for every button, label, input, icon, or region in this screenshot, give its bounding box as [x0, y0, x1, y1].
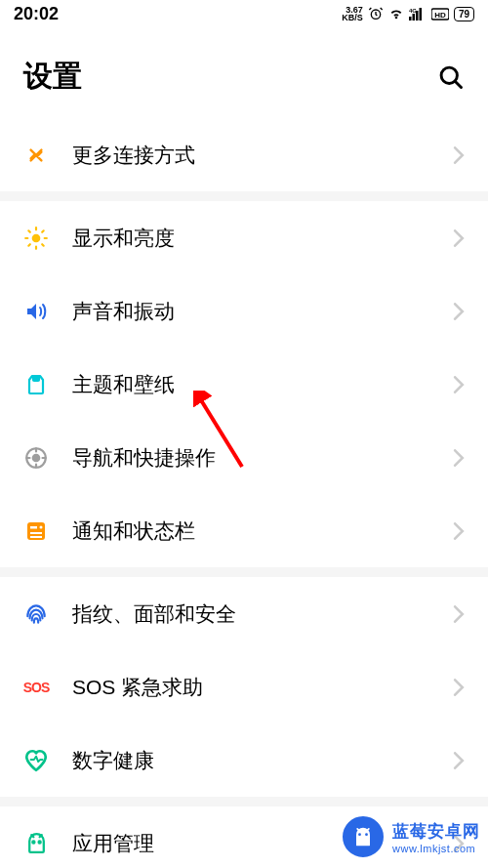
signal-icon: 4G	[409, 7, 427, 21]
wifi-icon	[388, 6, 404, 21]
connections-icon	[23, 143, 49, 168]
settings-item-sound[interactable]: 声音和振动	[0, 274, 488, 348]
section-divider	[0, 191, 488, 201]
svg-point-9	[32, 233, 41, 242]
svg-point-19	[38, 841, 40, 843]
settings-item-more-connections[interactable]: 更多连接方式	[0, 118, 488, 191]
settings-item-security[interactable]: 指纹、面部和安全	[0, 577, 488, 650]
settings-item-notification[interactable]: 通知和状态栏	[0, 494, 488, 567]
hd-icon: HD	[431, 7, 449, 21]
theme-icon	[23, 372, 49, 397]
status-time: 20:02	[14, 4, 59, 24]
watermark: 蓝莓安卓网 www.lmkjst.com	[340, 813, 480, 860]
navigation-icon	[23, 445, 49, 471]
chevron-right-icon	[453, 522, 465, 540]
settings-item-sos[interactable]: SOS SOS 紧急求助	[0, 650, 488, 723]
chevron-right-icon	[453, 679, 465, 696]
svg-point-12	[33, 454, 40, 461]
svg-point-21	[365, 833, 368, 836]
svg-rect-10	[33, 376, 39, 381]
item-label: 指纹、面部和安全	[72, 600, 453, 628]
chevron-right-icon	[453, 752, 465, 769]
svg-rect-5	[419, 8, 422, 21]
item-label: SOS 紧急求助	[72, 674, 453, 701]
svg-point-18	[32, 841, 34, 843]
section-divider	[0, 567, 488, 577]
network-speed: 3.67 KB/S	[342, 6, 363, 21]
chevron-right-icon	[453, 605, 465, 623]
battery-icon: 79	[454, 7, 474, 21]
svg-rect-17	[30, 536, 42, 538]
item-label: 数字健康	[72, 747, 453, 774]
item-label: 更多连接方式	[72, 142, 453, 169]
status-icons: 3.67 KB/S 4G HD 79	[342, 6, 474, 21]
watermark-text: 蓝莓安卓网 www.lmkjst.com	[392, 820, 480, 854]
svg-text:HD: HD	[434, 11, 446, 20]
chevron-right-icon	[453, 146, 465, 164]
svg-rect-2	[409, 17, 412, 21]
fingerprint-icon	[23, 601, 49, 627]
svg-rect-4	[416, 11, 419, 21]
chevron-right-icon	[453, 303, 465, 320]
status-bar: 20:02 3.67 KB/S 4G HD 79	[0, 0, 488, 27]
chevron-right-icon	[453, 376, 465, 393]
item-label: 通知和状态栏	[72, 517, 453, 545]
header: 设置	[0, 27, 488, 118]
brightness-icon	[23, 226, 49, 251]
section-divider	[0, 797, 488, 806]
svg-rect-3	[412, 14, 415, 21]
svg-point-20	[358, 833, 361, 836]
notification-icon	[23, 518, 49, 544]
chevron-right-icon	[453, 449, 465, 467]
digital-health-icon	[23, 748, 49, 773]
page-title: 设置	[23, 57, 82, 97]
item-label: 主题和壁纸	[72, 371, 453, 398]
item-label: 声音和振动	[72, 298, 453, 325]
settings-item-digital-health[interactable]: 数字健康	[0, 723, 488, 797]
chevron-right-icon	[453, 229, 465, 247]
search-icon[interactable]	[437, 63, 465, 91]
item-label: 显示和亮度	[72, 225, 453, 252]
watermark-logo-icon	[340, 813, 386, 860]
app-management-icon	[23, 831, 49, 856]
item-label: 导航和快捷操作	[72, 444, 453, 472]
settings-item-display[interactable]: 显示和亮度	[0, 201, 488, 274]
svg-rect-14	[30, 526, 37, 529]
svg-rect-16	[30, 532, 42, 534]
sound-icon	[23, 299, 49, 324]
settings-item-navigation[interactable]: 导航和快捷操作	[0, 421, 488, 494]
svg-point-15	[40, 525, 43, 528]
settings-item-theme[interactable]: 主题和壁纸	[0, 348, 488, 421]
alarm-icon	[368, 6, 384, 21]
sos-icon: SOS	[23, 675, 49, 700]
